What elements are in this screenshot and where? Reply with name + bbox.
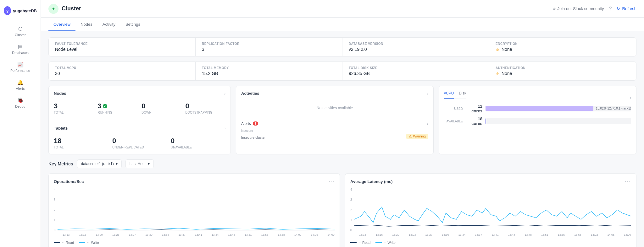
cluster-status-icon: ✦ xyxy=(48,4,58,14)
nodes-arrow-icon[interactable]: › xyxy=(224,91,225,96)
vcpu-available-bar-container xyxy=(486,118,631,124)
ops-x-1: 13:13 xyxy=(63,233,70,236)
ops-x-4: 13:23 xyxy=(112,233,119,236)
page-title: Cluster xyxy=(62,5,81,12)
latency-read-line xyxy=(350,242,357,243)
alerts-arrow-icon[interactable]: › xyxy=(427,121,428,126)
vcpu-node-bars: 13.02% 127.0.0.1 (rack1) 13.02% 127.0.0.… xyxy=(486,106,631,111)
help-icon[interactable]: ? xyxy=(609,6,612,12)
vcpu-tab-disk[interactable]: Disk xyxy=(459,91,466,99)
latency-chart-title: Average Latency (ms) xyxy=(350,179,393,184)
cluster-icon: ⬡ xyxy=(18,26,23,32)
charts-row: Operations/Sec ··· 4 3 2 1 0 xyxy=(48,173,636,247)
fault-tolerance-cell: FAULT TOLERANCE Node Level xyxy=(49,38,196,56)
ops-legend-read: ← Read xyxy=(54,241,74,244)
ops-x-10: 13:44 xyxy=(212,233,219,236)
ops-chart-menu[interactable]: ··· xyxy=(329,179,335,184)
ops-chart-header: Operations/Sec ··· xyxy=(54,179,335,184)
latency-chart-area: 4 3 2 1 0 xyxy=(350,188,631,238)
vcpu-panel-header: vCPU Disk › xyxy=(444,91,631,104)
total-memory-label: TOTAL MEMORY xyxy=(202,66,336,70)
latency-chart-svg-container xyxy=(354,188,631,232)
main-content: ✦ Cluster # Join our Slack community ? ↻… xyxy=(41,0,644,247)
tab-overview[interactable]: Overview xyxy=(48,18,75,31)
ops-y-axis: 4 3 2 1 0 xyxy=(54,188,58,232)
vcpu-used-bar-container: 13.02% 127.0.0.1 (rack1) 13.02% 127.0.0.… xyxy=(486,106,631,111)
encryption-value: ⚠ None xyxy=(496,47,630,52)
total-memory-value: 15.2 GB xyxy=(202,71,336,76)
tab-activity[interactable]: Activity xyxy=(97,18,120,31)
sidebar-item-cluster[interactable]: ⬡ Cluster xyxy=(3,23,38,40)
latency-legend-write: ← Write xyxy=(375,241,396,244)
tab-settings[interactable]: Settings xyxy=(120,18,145,31)
sidebar-nav: ⬡ Cluster ▤ Databases 📈 Performance 🔔 Al… xyxy=(0,23,41,111)
lat-x-16: 14:05 xyxy=(608,233,615,236)
slack-icon: # xyxy=(553,6,555,11)
alerts-icon: 🔔 xyxy=(17,79,24,85)
tablets-total-label: TOTAL xyxy=(54,146,108,149)
latency-y-axis: 4 3 2 1 0 xyxy=(350,188,354,232)
activities-arrow-icon[interactable]: › xyxy=(427,91,428,96)
sidebar-label-performance: Performance xyxy=(10,69,30,72)
node-bar-row-1: 13.02% 127.0.0.1 (rack1) xyxy=(486,106,631,111)
ops-x-5: 13:27 xyxy=(129,233,136,236)
nodes-running-stat: 3 RUNNING xyxy=(98,102,138,114)
sidebar-item-databases[interactable]: ▤ Databases xyxy=(3,40,38,58)
ops-x-11: 13:48 xyxy=(228,233,235,236)
cluster-info-row-2: TOTAL VCPU 30 TOTAL MEMORY 15.2 GB TOTAL… xyxy=(48,62,636,81)
datacenter-chevron: ▾ xyxy=(116,162,118,166)
latency-legend-read: ← Read xyxy=(350,241,370,244)
header-right: # Join our Slack community ? ↻ Refresh xyxy=(553,6,636,12)
vcpu-expand-icon[interactable]: › xyxy=(630,95,631,100)
alerts-label: Alerts 1 xyxy=(241,121,258,126)
timerange-select[interactable]: Last Hour ▾ xyxy=(125,159,154,168)
running-count: 3 xyxy=(98,102,102,110)
ops-x-12: 13:51 xyxy=(245,233,252,236)
slack-link[interactable]: # Join our Slack community xyxy=(553,6,604,11)
refresh-button[interactable]: ↻ Refresh xyxy=(617,6,636,11)
encryption-cell: ENCRYPTION ⚠ None xyxy=(489,38,636,56)
lat-x-5: 13:27 xyxy=(425,233,433,236)
replication-label: REPLICATION FACTOR xyxy=(202,42,336,46)
ops-chart-legend: ← Read ← Write xyxy=(54,241,335,244)
latency-chart-inner: 4 3 2 1 0 xyxy=(350,188,631,232)
vcpu-used-cores: 12 cores xyxy=(466,104,482,113)
fault-tolerance-value: Node Level xyxy=(55,47,189,52)
timerange-label: Last Hour xyxy=(130,162,146,166)
middle-row: Nodes › 3 TOTAL 3 RUNNING xyxy=(48,86,636,154)
nodes-stats-grid: 3 TOTAL 3 RUNNING 0 DOWN xyxy=(54,102,225,114)
db-version-value: v2.19.2.0 xyxy=(349,47,483,52)
nodes-tablets-panel: Nodes › 3 TOTAL 3 RUNNING xyxy=(48,86,231,154)
ops-x-labels: 13:13 13:16 13:20 13:23 13:27 13:30 13:3… xyxy=(63,233,335,236)
encryption-label: ENCRYPTION xyxy=(496,42,630,46)
sidebar-item-debug[interactable]: 🐞 Debug xyxy=(3,94,38,111)
ops-x-3: 13:20 xyxy=(96,233,103,236)
ops-x-14: 13:58 xyxy=(278,233,285,236)
databases-icon: ▤ xyxy=(18,44,23,50)
warning-badge: ⚠ Warning xyxy=(406,134,428,139)
auth-warn-icon: ⚠ xyxy=(496,71,500,76)
vcpu-panel: vCPU Disk › USED 12 cores 13.02% 127.0.0… xyxy=(439,86,636,154)
latency-y-3: 3 xyxy=(350,198,352,201)
latency-chart-menu[interactable]: ··· xyxy=(625,179,631,184)
db-version-cell: DATABASE VERSION v2.19.2.0 xyxy=(342,38,489,56)
tab-nodes[interactable]: Nodes xyxy=(75,18,97,31)
alert-type-label: insecure xyxy=(241,129,428,132)
logo-text: yugabyteDB xyxy=(13,8,37,13)
sidebar-item-alerts[interactable]: 🔔 Alerts xyxy=(3,76,38,94)
total-memory-cell: TOTAL MEMORY 15.2 GB xyxy=(196,62,342,80)
lat-x-14: 13:58 xyxy=(574,233,581,236)
latency-read-label: ← Read xyxy=(358,241,370,244)
vcpu-tab-vcpu[interactable]: vCPU xyxy=(444,91,454,99)
lat-x-15: 14:02 xyxy=(591,233,598,236)
sidebar-label-alerts: Alerts xyxy=(16,87,25,90)
sidebar-item-performance[interactable]: 📈 Performance xyxy=(3,58,38,76)
lat-x-1: 13:13 xyxy=(359,233,366,236)
tablets-arrow-icon[interactable]: › xyxy=(224,126,225,131)
ops-x-16: 14:05 xyxy=(311,233,318,236)
replication-value: 3 xyxy=(202,47,336,52)
activities-title: Activities xyxy=(241,91,259,96)
datacenter-select[interactable]: datacenter1 (rack1) ▾ xyxy=(77,159,122,168)
node-bar-1-label: 13.02% 127.0.0.1 (rack1) xyxy=(596,107,631,110)
nodes-panel-header: Nodes › xyxy=(54,91,225,96)
